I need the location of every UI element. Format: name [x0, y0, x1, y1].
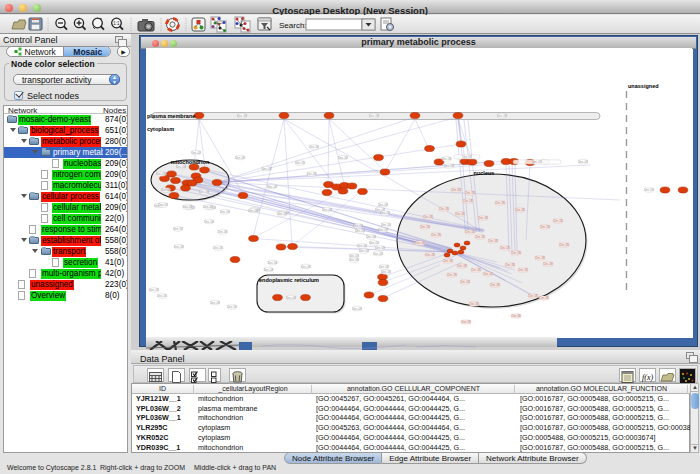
svg-text:Dec-08: Dec-08 — [357, 244, 367, 248]
svg-text:Dec-08: Dec-08 — [262, 167, 272, 171]
svg-text:Dec-08: Dec-08 — [540, 225, 549, 229]
svg-text:Dec-08: Dec-08 — [495, 201, 504, 205]
svg-text:Dec-08: Dec-08 — [505, 263, 514, 267]
svg-text:Dec-08: Dec-08 — [439, 207, 448, 211]
svg-text:Dec-08: Dec-08 — [559, 243, 568, 247]
svg-text:1:1: 1:1 — [113, 21, 120, 26]
svg-text:Dec-08: Dec-08 — [174, 245, 184, 249]
svg-text:Dec-08: Dec-08 — [309, 145, 319, 149]
svg-text:Dec-08: Dec-08 — [644, 188, 654, 192]
svg-text:Dec-08: Dec-08 — [431, 233, 440, 237]
svg-text:mitochondrion: mitochondrion — [171, 159, 210, 165]
svg-text:Dec-08: Dec-08 — [157, 294, 167, 298]
svg-text:Dec-08: Dec-08 — [286, 296, 296, 300]
svg-text:endoplasmic reticulum: endoplasmic reticulum — [259, 277, 319, 283]
svg-text:Dec-08: Dec-08 — [248, 209, 258, 213]
svg-text:Dec-08: Dec-08 — [380, 211, 390, 215]
svg-text:Dec-08: Dec-08 — [379, 265, 389, 269]
svg-text:Dec-08: Dec-08 — [369, 114, 379, 118]
svg-text:Dec-08: Dec-08 — [444, 164, 454, 168]
svg-text:Dec-08: Dec-08 — [183, 205, 193, 209]
svg-text:nucleus: nucleus — [474, 170, 495, 176]
svg-text:Dec-08: Dec-08 — [227, 305, 237, 309]
svg-text:Dec-08: Dec-08 — [338, 156, 348, 160]
svg-text:Dec-08: Dec-08 — [442, 157, 452, 161]
svg-text:Dec-08: Dec-08 — [455, 212, 464, 216]
svg-text:Dec-08: Dec-08 — [161, 188, 171, 192]
svg-text:Dec-08: Dec-08 — [553, 219, 562, 223]
svg-text:Dec-08: Dec-08 — [528, 294, 537, 298]
svg-text:Dec-08: Dec-08 — [268, 261, 278, 265]
svg-text:Dec-08: Dec-08 — [443, 259, 452, 263]
svg-text:Dec-08: Dec-08 — [176, 165, 186, 169]
svg-text:Dec-08: Dec-08 — [532, 160, 542, 164]
svg-text:Dec-08: Dec-08 — [465, 191, 474, 195]
svg-text:Dec-08: Dec-08 — [447, 273, 456, 277]
svg-text:Dec-08: Dec-08 — [378, 203, 388, 207]
svg-text:Dec-08: Dec-08 — [191, 151, 201, 155]
svg-text:Dec-08: Dec-08 — [352, 307, 362, 311]
svg-text:Dec-08: Dec-08 — [488, 239, 497, 243]
svg-text:cytoplasm: cytoplasm — [147, 126, 174, 132]
svg-text:Dec-08: Dec-08 — [515, 208, 524, 212]
svg-text:f(x): f(x) — [642, 373, 653, 382]
svg-text:Dec-08: Dec-08 — [461, 320, 470, 324]
svg-text:plasma membrane: plasma membrane — [147, 113, 195, 119]
svg-text:Dec-08: Dec-08 — [378, 228, 388, 232]
svg-text:unassigned: unassigned — [628, 83, 659, 89]
svg-text:Dec-08: Dec-08 — [511, 251, 520, 255]
svg-text:Dec-08: Dec-08 — [307, 172, 317, 176]
svg-text:Dec-08: Dec-08 — [353, 224, 363, 228]
svg-text:Dec-08: Dec-08 — [469, 302, 478, 306]
svg-text:Dec-08: Dec-08 — [465, 230, 474, 234]
svg-text:Dec-08: Dec-08 — [415, 241, 424, 245]
svg-text:Dec-08: Dec-08 — [420, 225, 429, 229]
svg-text:Dec-08: Dec-08 — [213, 246, 223, 250]
svg-text:Dec-08: Dec-08 — [218, 230, 228, 234]
svg-text:Dec-08: Dec-08 — [478, 216, 487, 220]
svg-text:Dec-08: Dec-08 — [375, 246, 385, 250]
svg-text:Dec-08: Dec-08 — [204, 220, 214, 224]
svg-text:Dec-08: Dec-08 — [203, 205, 213, 209]
svg-text:Dec-08: Dec-08 — [578, 160, 588, 164]
svg-text:Dec-08: Dec-08 — [381, 223, 391, 227]
svg-text:Dec-08: Dec-08 — [471, 268, 480, 272]
svg-text:Dec-08: Dec-08 — [295, 161, 305, 165]
svg-text:Dec-08: Dec-08 — [210, 301, 220, 305]
svg-text:Dec-08: Dec-08 — [535, 256, 544, 260]
svg-text:Search:: Search: — [279, 21, 307, 30]
svg-text:Dec-08: Dec-08 — [511, 314, 520, 318]
svg-text:Dec-08: Dec-08 — [366, 235, 376, 239]
svg-text:Dec-08: Dec-08 — [483, 272, 492, 276]
svg-text:Dec-08: Dec-08 — [149, 288, 159, 292]
svg-text:Dec-08: Dec-08 — [264, 268, 274, 272]
svg-text:Dec-08: Dec-08 — [500, 246, 509, 250]
svg-text:Dec-08: Dec-08 — [220, 210, 230, 214]
svg-text:Dec-08: Dec-08 — [475, 235, 484, 239]
svg-text:Dec-08: Dec-08 — [457, 264, 466, 268]
svg-text:Dec-08: Dec-08 — [490, 283, 499, 287]
svg-text:Dec-08: Dec-08 — [373, 252, 383, 256]
svg-text:Dec-08: Dec-08 — [235, 156, 245, 160]
svg-text:Dec-08: Dec-08 — [359, 249, 369, 253]
svg-text:Dec-08: Dec-08 — [543, 262, 552, 266]
svg-text:Dec-08: Dec-08 — [267, 185, 277, 189]
svg-text:Dec-08: Dec-08 — [460, 280, 469, 284]
svg-text:Dec-08: Dec-08 — [539, 296, 548, 300]
svg-text:Dec-08: Dec-08 — [199, 190, 209, 194]
svg-text:Dec-08: Dec-08 — [463, 199, 472, 203]
svg-text:Dec-08: Dec-08 — [237, 114, 247, 118]
svg-text:Dec-08: Dec-08 — [381, 270, 391, 274]
svg-text:Dec-08: Dec-08 — [173, 227, 183, 231]
svg-text:Dec-08: Dec-08 — [301, 265, 311, 269]
svg-text:Dec-08: Dec-08 — [518, 268, 527, 272]
svg-text:Dec-08: Dec-08 — [277, 212, 287, 216]
svg-text:Dec-08: Dec-08 — [451, 188, 460, 192]
svg-text:Dec-08: Dec-08 — [349, 258, 359, 262]
svg-text:Dec-08: Dec-08 — [156, 172, 166, 176]
svg-text:Dec-08: Dec-08 — [423, 215, 432, 219]
svg-text:Dec-08: Dec-08 — [425, 253, 434, 257]
svg-text:Dec-08: Dec-08 — [158, 203, 168, 207]
svg-text:Dec-08: Dec-08 — [369, 241, 379, 245]
svg-text:Dec-08: Dec-08 — [355, 229, 365, 233]
